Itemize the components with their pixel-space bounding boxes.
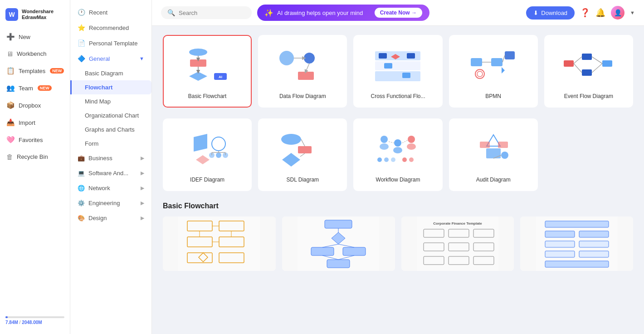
- diagram-card-workflow[interactable]: Workflow Diagram: [353, 118, 442, 191]
- recent-icon: 🕐: [78, 9, 85, 16]
- svg-marker-36: [194, 134, 207, 152]
- storage-bar: [5, 316, 8, 318]
- svg-rect-111: [579, 241, 609, 247]
- diagram-label: Basic Flowchart: [188, 93, 227, 99]
- svg-rect-9: [298, 72, 314, 80]
- diagram-preview: [552, 43, 625, 88]
- diagram-preview: [457, 127, 530, 172]
- panel-business[interactable]: 💼 Business ▶: [70, 151, 151, 166]
- svg-rect-28: [564, 60, 574, 67]
- svg-rect-107: [545, 221, 609, 227]
- panel-sub-graphs[interactable]: Graphs and Charts: [70, 123, 151, 137]
- ai-banner: ✨ AI drawing helps open your mind Create…: [257, 5, 429, 21]
- diagram-label: Cross Functional Flo...: [371, 93, 425, 99]
- avatar[interactable]: 👤: [611, 6, 624, 20]
- panel-personal-label: Personal Template: [89, 40, 137, 47]
- help-icon[interactable]: ❓: [580, 8, 590, 18]
- svg-rect-3: [190, 59, 206, 67]
- panel-software[interactable]: 💻 Software And... ▶: [70, 166, 151, 181]
- templates-icon: 📋: [6, 67, 15, 75]
- panel-personal-template[interactable]: 📄 Personal Template: [70, 35, 151, 51]
- ai-create-button[interactable]: Create Now →: [375, 8, 422, 18]
- svg-line-50: [301, 139, 305, 146]
- sidebar-item-workbench[interactable]: 🖥 Workbench: [0, 45, 70, 62]
- svg-marker-46: [196, 155, 210, 164]
- engineering-icon: ⚙️: [78, 200, 85, 206]
- panel-sub-org-chart[interactable]: Organizational Chart: [70, 108, 151, 123]
- sidebar-item-import[interactable]: 📥 Import: [0, 114, 70, 131]
- diagram-label: BPMN: [485, 93, 501, 99]
- panel-network[interactable]: 🌐 Network ▶: [70, 181, 151, 196]
- diagram-card-basic-flowchart[interactable]: AI Basic: [163, 35, 252, 108]
- panel-recent[interactable]: 🕐 Recent: [70, 5, 151, 20]
- panel-recent-label: Recent: [89, 9, 107, 16]
- diagram-card-bpmn[interactable]: BPMN: [449, 35, 538, 108]
- panel-sub-mind-map[interactable]: Mind Map: [70, 94, 151, 108]
- panel-sub-flowchart[interactable]: Flowchart: [70, 80, 151, 94]
- svg-point-24: [477, 71, 483, 77]
- template-card-1[interactable]: [163, 216, 276, 271]
- svg-line-27: [503, 55, 505, 62]
- template-preview-3: Corporate Finance Template: [401, 216, 514, 271]
- plus-icon: ➕: [6, 33, 15, 41]
- software-label: Software And...: [88, 170, 128, 177]
- sidebar-item-recycle-bin[interactable]: 🗑 Recycle Bin: [0, 148, 70, 165]
- sidebar-item-label: Import: [19, 119, 35, 126]
- panel-design[interactable]: 🎨 Design ▶: [70, 211, 151, 226]
- search-input[interactable]: [179, 10, 245, 16]
- svg-rect-67: [480, 142, 490, 148]
- download-button[interactable]: ⬇ Download: [526, 6, 575, 20]
- network-label: Network: [88, 185, 110, 192]
- svg-rect-84: [325, 220, 352, 228]
- svg-rect-66: [486, 148, 501, 158]
- panel-recommended[interactable]: ⭐ Recommended: [70, 20, 151, 35]
- diagram-label: SDL Diagram: [287, 177, 319, 183]
- diagram-preview: [171, 127, 244, 172]
- svg-rect-29: [582, 54, 592, 60]
- diagram-grid-row2: IDEF Diagram SDL Diagram: [163, 118, 633, 191]
- sidebar-item-team[interactable]: 👥 Team NEW: [0, 79, 70, 97]
- svg-point-55: [393, 147, 402, 153]
- left-panel: 🕐 Recent ⭐ Recommended 📄 Personal Templa…: [70, 0, 152, 334]
- diagram-preview: [266, 43, 339, 88]
- panel-general-header[interactable]: 🔷 General ▼: [70, 51, 151, 66]
- general-icon: 🔷: [78, 55, 85, 62]
- diagram-card-event-flow[interactable]: Event Flow Diagram: [544, 35, 633, 108]
- content-area: AI Basic: [152, 26, 644, 334]
- template-card-3[interactable]: Corporate Finance Template: [401, 216, 514, 271]
- panel-engineering[interactable]: ⚙️ Engineering ▶: [70, 196, 151, 211]
- download-icon: ⬇: [533, 10, 538, 16]
- diagram-label: Audit Diagram: [476, 177, 511, 183]
- recommended-icon: ⭐: [78, 24, 85, 31]
- svg-rect-114: [545, 261, 609, 267]
- diagram-card-sdl[interactable]: SDL Diagram: [258, 118, 347, 191]
- recycle-bin-icon: 🗑: [6, 153, 13, 161]
- panel-sub-form[interactable]: Form: [70, 137, 151, 151]
- chevron-down-icon[interactable]: ▼: [630, 10, 635, 15]
- logo-icon: W: [5, 8, 18, 21]
- sidebar-item-new[interactable]: ➕ New: [0, 28, 70, 45]
- notification-icon[interactable]: 🔔: [595, 8, 605, 18]
- svg-text:Corporate Finance Template: Corporate Finance Template: [433, 221, 482, 226]
- svg-rect-13: [375, 61, 420, 70]
- svg-marker-49: [282, 153, 300, 167]
- design-icon: 🎨: [78, 215, 85, 221]
- sidebar-item-templates[interactable]: 📋 Templates NEW: [0, 62, 70, 79]
- diagram-card-idef[interactable]: IDEF Diagram: [163, 118, 252, 191]
- diagram-card-cross-functional[interactable]: Cross Functional Flo...: [353, 35, 442, 108]
- template-card-2[interactable]: [282, 216, 395, 271]
- sidebar-item-favorites[interactable]: 🩷 Favorites: [0, 131, 70, 148]
- diagram-card-audit[interactable]: Audit Diagram: [449, 118, 538, 191]
- diagram-label: Data Flow Diagram: [279, 93, 326, 99]
- import-icon: 📥: [6, 118, 15, 127]
- panel-sub-basic-diagram[interactable]: Basic Diagram: [70, 66, 151, 80]
- diagram-card-data-flow[interactable]: Data Flow Diagram: [258, 35, 347, 108]
- template-card-4[interactable]: [520, 216, 633, 271]
- personal-icon: 📄: [78, 39, 85, 47]
- sidebar-item-dropbox[interactable]: 📦 Dropbox: [0, 97, 70, 114]
- search-bar[interactable]: 🔍: [161, 6, 252, 19]
- svg-point-7: [279, 51, 294, 65]
- svg-point-23: [475, 69, 484, 79]
- svg-rect-15: [379, 53, 387, 59]
- sidebar-item-label: Team: [19, 85, 33, 92]
